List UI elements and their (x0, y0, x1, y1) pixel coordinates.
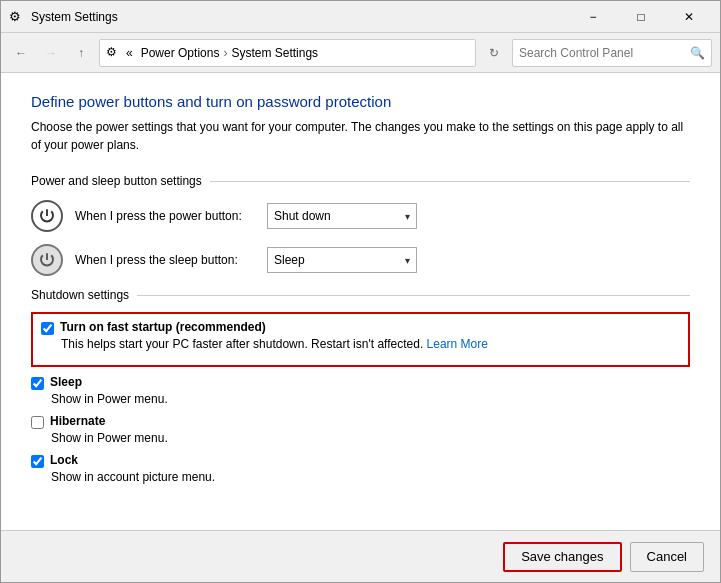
breadcrumb-prefix: « (126, 46, 133, 60)
forward-button[interactable]: → (39, 41, 63, 65)
power-button-setting: When I press the power button: Shut down… (31, 200, 690, 232)
refresh-button[interactable]: ↻ (482, 41, 506, 65)
close-button[interactable]: ✕ (666, 1, 712, 33)
hibernate-sub: Show in Power menu. (51, 431, 690, 445)
sleep-button-icon (31, 244, 63, 276)
fast-startup-item: Turn on fast startup (recommended) This … (41, 320, 680, 351)
breadcrumb-current: System Settings (231, 46, 318, 60)
power-sleep-section-header: Power and sleep button settings (31, 174, 690, 188)
sleep-label: Sleep (50, 375, 82, 389)
page-title: Define power buttons and turn on passwor… (31, 93, 690, 110)
hibernate-label: Hibernate (50, 414, 105, 428)
maximize-button[interactable]: □ (618, 1, 664, 33)
breadcrumb-sep2: › (223, 46, 227, 60)
breadcrumb-power[interactable]: Power Options (141, 46, 220, 60)
address-bar: ← → ↑ ⚙ « Power Options › System Setting… (1, 33, 720, 73)
sleep-button-dropdown[interactable]: Sleep ▾ (267, 247, 417, 273)
breadcrumb-bar: ⚙ « Power Options › System Settings (99, 39, 476, 67)
hibernate-checkbox[interactable] (31, 416, 44, 429)
fast-startup-box: Turn on fast startup (recommended) This … (31, 312, 690, 367)
save-changes-button[interactable]: Save changes (503, 542, 621, 572)
sleep-sub: Show in Power menu. (51, 392, 690, 406)
sleep-row: Sleep (31, 375, 690, 390)
search-icon: 🔍 (690, 46, 705, 60)
system-settings-window: ⚙ System Settings − □ ✕ ← → ↑ ⚙ « Power … (0, 0, 721, 583)
fast-startup-checkbox[interactable] (41, 322, 54, 335)
fast-startup-row: Turn on fast startup (recommended) (41, 320, 680, 335)
sleep-button-value: Sleep (274, 253, 405, 267)
fast-startup-label: Turn on fast startup (recommended) (60, 320, 266, 334)
lock-checkbox[interactable] (31, 455, 44, 468)
title-bar: ⚙ System Settings − □ ✕ (1, 1, 720, 33)
power-button-icon (31, 200, 63, 232)
lock-item: Lock Show in account picture menu. (31, 453, 690, 484)
window-icon: ⚙ (9, 9, 25, 25)
lock-label: Lock (50, 453, 78, 467)
footer: Save changes Cancel (1, 530, 720, 582)
hibernate-item: Hibernate Show in Power menu. (31, 414, 690, 445)
breadcrumb-icon: ⚙ (106, 45, 122, 61)
lock-row: Lock (31, 453, 690, 468)
minimize-button[interactable]: − (570, 1, 616, 33)
sleep-button-dropdown-arrow: ▾ (405, 255, 410, 266)
content-area: Define power buttons and turn on passwor… (1, 73, 720, 530)
window-title: System Settings (31, 10, 570, 24)
power-button-dropdown-arrow: ▾ (405, 211, 410, 222)
fast-startup-desc: This helps start your PC faster after sh… (61, 337, 680, 351)
power-button-label: When I press the power button: (75, 209, 255, 223)
power-button-dropdown[interactable]: Shut down ▾ (267, 203, 417, 229)
shutdown-section-header: Shutdown settings (31, 288, 690, 302)
up-button[interactable]: ↑ (69, 41, 93, 65)
sleep-checkbox[interactable] (31, 377, 44, 390)
back-button[interactable]: ← (9, 41, 33, 65)
lock-sub: Show in account picture menu. (51, 470, 690, 484)
cancel-button[interactable]: Cancel (630, 542, 704, 572)
sleep-item: Sleep Show in Power menu. (31, 375, 690, 406)
power-button-value: Shut down (274, 209, 405, 223)
sleep-button-setting: When I press the sleep button: Sleep ▾ (31, 244, 690, 276)
search-input[interactable] (519, 46, 690, 60)
learn-more-link[interactable]: Learn More (427, 337, 488, 351)
page-description: Choose the power settings that you want … (31, 118, 690, 154)
title-bar-buttons: − □ ✕ (570, 1, 712, 33)
sleep-button-label: When I press the sleep button: (75, 253, 255, 267)
search-box[interactable]: 🔍 (512, 39, 712, 67)
hibernate-row: Hibernate (31, 414, 690, 429)
